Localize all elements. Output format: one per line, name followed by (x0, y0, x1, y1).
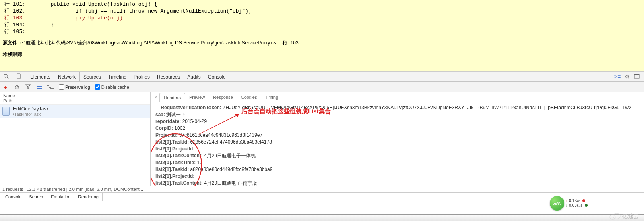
timeline-icon[interactable] (47, 84, 54, 90)
code-line-highlighted: 行 103: pxy.Update(obj); (4, 15, 640, 21)
request-list: Name Path EditOneDayTask /TaskInfo/Task (0, 92, 151, 186)
svg-rect-9 (49, 87, 51, 88)
network-speed-widget[interactable]: 59% ↑ 0.1K/s ↓ 0.03K/s (550, 196, 588, 211)
request-row[interactable]: EditOneDayTask /TaskInfo/Task (0, 105, 150, 118)
svg-rect-7 (37, 88, 42, 89)
svg-rect-5 (37, 85, 42, 85)
request-details: × Headers Preview Response Cookies Timin… (151, 92, 644, 186)
close-icon[interactable]: × (152, 95, 159, 100)
source-file-path: e:\航通北斗\北斗代码\SVN\全部\08WorkLog\src\WorkLo… (20, 40, 276, 46)
search-icon[interactable] (2, 73, 10, 80)
request-name: EditOneDayTask (13, 106, 49, 112)
clear-icon[interactable]: ⊘ (14, 84, 20, 90)
source-file-label: 源文件: (3, 40, 19, 46)
line-label: 行: (283, 40, 289, 46)
speed-badge: 59% (550, 196, 564, 211)
code-line: 行 102: if (obj == null) throw new Argume… (4, 8, 640, 15)
status-bar: 1 requests | 12.3 KB transferred | 2.0 m… (0, 186, 644, 192)
code-line: 行 104: } (4, 21, 640, 28)
tab-preview[interactable]: Preview (185, 93, 209, 102)
dock-icon[interactable] (632, 73, 642, 80)
drawer-tabs: Console Search Emulation Rendering (0, 192, 644, 200)
settings-icon[interactable]: ⚙ (622, 73, 632, 80)
tab-console[interactable]: Console (204, 72, 229, 81)
svg-rect-6 (37, 86, 42, 87)
device-icon[interactable] (14, 73, 23, 80)
code-line: 行 101: public void Update(TaskInfo obj) … (4, 1, 640, 8)
svg-rect-2 (17, 74, 20, 79)
request-path: /TaskInfo/Task (13, 112, 49, 117)
request-list-header[interactable]: Name Path (0, 92, 150, 105)
tab-audits[interactable]: Audits (184, 72, 204, 81)
drawer-icon[interactable]: >≡ (613, 73, 622, 80)
svg-line-1 (7, 77, 8, 79)
record-icon[interactable]: ● (2, 84, 9, 90)
view-icon[interactable] (36, 84, 43, 90)
tab-resources[interactable]: Resources (153, 72, 184, 81)
tab-timing[interactable]: Timing (261, 93, 282, 102)
drawer-tab-search[interactable]: Search (25, 193, 47, 201)
svg-point-0 (4, 74, 7, 77)
tab-response[interactable]: Response (209, 93, 237, 102)
annotation-text: 后台会自动把这些组装成List集合 (242, 108, 331, 115)
tab-cookies[interactable]: Cookies (237, 93, 261, 102)
detail-tabs: × Headers Preview Response Cookies Timin… (151, 92, 644, 102)
svg-point-14 (613, 213, 620, 219)
watermark: 亿速云 (609, 213, 639, 220)
download-icon: ↓ (566, 203, 568, 208)
filter-icon[interactable] (25, 84, 31, 90)
form-data: __RequestVerificationToken: ZHJUgY-qBrGs… (151, 102, 644, 186)
tab-profiles[interactable]: Profiles (130, 72, 153, 81)
network-toolbar: ● ⊘ Preserve log Disable cache (0, 82, 644, 92)
tab-network[interactable]: Network (54, 72, 80, 81)
drawer-tab-rendering[interactable]: Rendering (74, 193, 103, 201)
drawer-tab-emulation[interactable]: Emulation (47, 193, 74, 201)
tab-elements[interactable]: Elements (27, 72, 54, 81)
devtools-tabbar: Elements Network Sources Timeline Profil… (0, 71, 644, 82)
code-line: 行 105: (4, 28, 640, 35)
line-value: 103 (291, 40, 299, 46)
svg-rect-10 (50, 88, 54, 89)
tab-sources[interactable]: Sources (80, 72, 105, 81)
upload-icon: ↑ (566, 198, 568, 203)
document-icon (2, 107, 10, 116)
tab-timeline[interactable]: Timeline (105, 72, 130, 81)
tab-headers[interactable]: Headers (159, 93, 185, 102)
svg-rect-8 (47, 85, 49, 86)
svg-rect-4 (634, 74, 639, 75)
preserve-log-toggle[interactable]: Preserve log (59, 84, 90, 90)
disable-cache-toggle[interactable]: Disable cache (95, 84, 129, 90)
error-code-panel: 行 101: public void Update(TaskInfo obj) … (0, 0, 644, 37)
stack-trace-label: 堆栈跟踪: (3, 52, 24, 57)
source-info: 源文件: e:\航通北斗\北斗代码\SVN\全部\08WorkLog\src\W… (0, 37, 644, 71)
taskbar (0, 214, 644, 221)
drawer-tab-console[interactable]: Console (2, 193, 25, 201)
